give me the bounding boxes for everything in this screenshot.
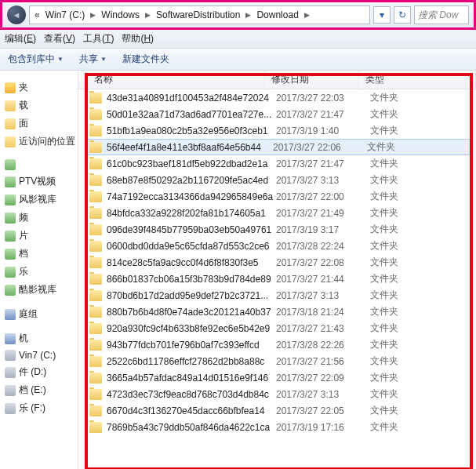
sidebar-item[interactable]: Vin7 (C:) bbox=[0, 347, 78, 363]
sidebar-item-label: 片 bbox=[19, 229, 28, 242]
sidebar-item[interactable]: PTV视频 bbox=[0, 173, 78, 191]
sidebar-item[interactable]: 片 bbox=[0, 227, 78, 245]
sidebar-item[interactable]: 酷影视库 bbox=[0, 281, 78, 299]
breadcrumb[interactable]: « Win7 (C:) ▶ Windows ▶ SoftwareDistribu… bbox=[29, 5, 370, 24]
menu-item[interactable]: 编辑(E) bbox=[5, 32, 36, 45]
media-icon bbox=[5, 195, 16, 205]
toolbar: 包含到库中 ▼ 共享 ▼ 新建文件夹 bbox=[0, 49, 476, 71]
refresh-button[interactable]: ↻ bbox=[394, 6, 411, 24]
table-row[interactable]: 4723d3ec73cf9eac8d768c703d4db84c2017/3/2… bbox=[78, 386, 476, 402]
file-name: 814ce28c5fa9ac9cc0f4d6f8f830f3e5 bbox=[107, 257, 276, 268]
sidebar-item[interactable]: 件 (D:) bbox=[0, 363, 78, 381]
sidebar-item[interactable]: 档 bbox=[0, 245, 78, 263]
file-type: 文件夹 bbox=[370, 91, 398, 104]
table-row[interactable]: 50d01e32aa71d73ad6ad7701ea727e...2017/3/… bbox=[78, 106, 476, 122]
address-dropdown-button[interactable]: ▾ bbox=[373, 6, 391, 24]
sidebar-item[interactable]: 面 bbox=[0, 115, 78, 133]
sidebar-item[interactable]: 风影视库 bbox=[0, 191, 78, 209]
table-row[interactable]: 814ce28c5fa9ac9cc0f4d6f8f830f3e52017/3/2… bbox=[78, 254, 476, 271]
file-type: 文件夹 bbox=[370, 272, 398, 285]
file-type: 文件夹 bbox=[370, 420, 398, 434]
folder-icon bbox=[89, 257, 102, 268]
column-type[interactable]: 类型 bbox=[359, 71, 476, 89]
table-row[interactable]: 943b77fdcb701fe796b0af7c393effcd2017/3/2… bbox=[78, 336, 476, 353]
menu-item[interactable]: 帮助(H) bbox=[122, 32, 154, 45]
table-row[interactable]: 3665a4b57afdac849a14d01516e9f1462017/3/2… bbox=[78, 369, 476, 386]
table-row[interactable]: 866b01837cb06a15f3b783b9d784de892017/3/2… bbox=[78, 271, 476, 287]
table-row[interactable]: 2522c6bd11786effcf27862d2bb8a88c2017/3/2… bbox=[78, 353, 476, 369]
table-row[interactable]: 6670d4c3f136270e45dacc66bfbfea142017/3/2… bbox=[78, 402, 476, 419]
search-placeholder: 搜索 Dow bbox=[418, 9, 458, 22]
table-row[interactable]: 68eb87e8f50292a2b1167209fe5ac4ed2017/3/2… bbox=[78, 172, 476, 188]
sidebar-item[interactable]: 档 (E:) bbox=[0, 381, 78, 399]
table-row[interactable]: 920a930fc9cf4b633b8fe92ec6e5b42e92017/3/… bbox=[78, 320, 476, 336]
table-row[interactable]: 84bfdca332a9228f202fa81b174605a12017/3/2… bbox=[78, 205, 476, 221]
overflow-chevron-icon[interactable]: « bbox=[33, 9, 42, 20]
sidebar-item[interactable]: 夹 bbox=[0, 78, 78, 96]
file-date: 2017/3/27 22:09 bbox=[276, 373, 370, 384]
sidebar-item-label: PTV视频 bbox=[19, 175, 56, 188]
search-input[interactable]: 搜索 Dow bbox=[414, 5, 469, 24]
file-name: 880b7b6b4d8f0e74ade3c20121a40b37 bbox=[107, 307, 276, 318]
crumb-seg[interactable]: Download bbox=[254, 9, 300, 20]
file-name: 6670d4c3f136270e45dacc66bfbfea14 bbox=[107, 405, 276, 416]
table-row[interactable]: 7869b5a43c79ddb50af846da4622c1ca2017/3/1… bbox=[78, 419, 476, 435]
file-type: 文件夹 bbox=[370, 305, 398, 318]
chevron-right-icon: ▶ bbox=[89, 11, 97, 19]
folder-icon bbox=[89, 191, 102, 202]
crumb-seg[interactable]: Win7 (C:) bbox=[43, 9, 88, 20]
sidebar-item-label: 庭组 bbox=[19, 307, 38, 321]
table-row[interactable]: 0600dbd0dda9e5c65cfda87d553c2ce62017/3/2… bbox=[78, 238, 476, 254]
media-icon bbox=[5, 285, 16, 296]
share-button[interactable]: 共享 ▼ bbox=[79, 53, 107, 66]
new-folder-button[interactable]: 新建文件夹 bbox=[122, 53, 169, 66]
menu-item[interactable]: 工具(T) bbox=[83, 32, 114, 45]
comp-icon bbox=[5, 333, 16, 344]
sidebar-item[interactable]: 机 bbox=[0, 329, 78, 347]
table-row[interactable]: 56f4eef4f1a8e411e3bf8aaf64e56b442017/3/2… bbox=[86, 139, 473, 155]
file-date: 2017/3/27 22:03 bbox=[276, 93, 370, 104]
sidebar-item[interactable]: 乐 (F:) bbox=[0, 399, 78, 417]
table-row[interactable]: 43de31a40891df100453a2f484e720242017/3/2… bbox=[78, 89, 476, 106]
file-type: 文件夹 bbox=[370, 223, 398, 236]
drive-icon bbox=[5, 367, 16, 378]
sidebar-item[interactable]: 载 bbox=[0, 96, 78, 115]
column-date[interactable]: 修改日期 bbox=[265, 71, 359, 89]
file-name: 61c0bc923baef181df5eb922dbad2e1a bbox=[107, 158, 276, 169]
sidebar-item[interactable]: 乐 bbox=[0, 263, 78, 281]
include-in-library-button[interactable]: 包含到库中 ▼ bbox=[8, 53, 64, 66]
sidebar-item[interactable] bbox=[0, 157, 78, 173]
back-button[interactable]: ◄ bbox=[7, 5, 26, 24]
media-icon bbox=[5, 213, 16, 224]
chevron-down-icon: ▼ bbox=[100, 56, 107, 63]
media-icon bbox=[5, 176, 16, 187]
table-row[interactable]: 74a7192ecca3134366da942965849e6a2017/3/2… bbox=[78, 188, 476, 205]
file-date: 2017/3/27 3:13 bbox=[276, 175, 370, 186]
column-headers: 名称 修改日期 类型 bbox=[78, 71, 476, 89]
table-row[interactable]: 51bfb1a9ea080c2b5a32e956e0f3ceb12017/3/1… bbox=[78, 122, 476, 139]
sidebar-item[interactable]: 频 bbox=[0, 209, 78, 227]
sidebar-item-label: 乐 bbox=[19, 265, 28, 278]
table-row[interactable]: 880b7b6b4d8f0e74ade3c20121a40b372017/3/1… bbox=[78, 304, 476, 320]
column-name[interactable]: 名称 bbox=[78, 71, 265, 89]
table-row[interactable]: 870bd6b17d2add95e9def27b2c3721...2017/3/… bbox=[78, 287, 476, 304]
file-name: 50d01e32aa71d73ad6ad7701ea727e... bbox=[107, 109, 276, 120]
sidebar-item-label: 风影视库 bbox=[19, 193, 56, 206]
sidebar-item-label: 近访问的位置 bbox=[19, 135, 75, 148]
drive-icon bbox=[5, 385, 16, 396]
sidebar-item[interactable]: 近访问的位置 bbox=[0, 133, 78, 151]
table-row[interactable]: 096de39f4845b77959ba03eb50a497612017/3/1… bbox=[78, 221, 476, 238]
sidebar-item[interactable]: 庭组 bbox=[0, 305, 78, 323]
chevron-down-icon: ▼ bbox=[57, 56, 64, 63]
menu-item[interactable]: 查看(V) bbox=[44, 32, 75, 45]
table-row[interactable]: 61c0bc923baef181df5eb922dbad2e1a2017/3/2… bbox=[78, 155, 476, 172]
file-type: 文件夹 bbox=[367, 140, 395, 154]
file-name: 920a930fc9cf4b633b8fe92ec6e5b42e9 bbox=[107, 323, 276, 334]
folder-icon bbox=[89, 274, 102, 285]
folder-icon bbox=[89, 405, 102, 416]
file-name: 3665a4b57afdac849a14d01516e9f146 bbox=[107, 373, 276, 384]
file-date: 2017/3/27 21:47 bbox=[276, 158, 370, 169]
folder-icon bbox=[89, 356, 102, 367]
crumb-seg[interactable]: SoftwareDistribution bbox=[154, 9, 242, 20]
crumb-seg[interactable]: Windows bbox=[99, 9, 142, 20]
